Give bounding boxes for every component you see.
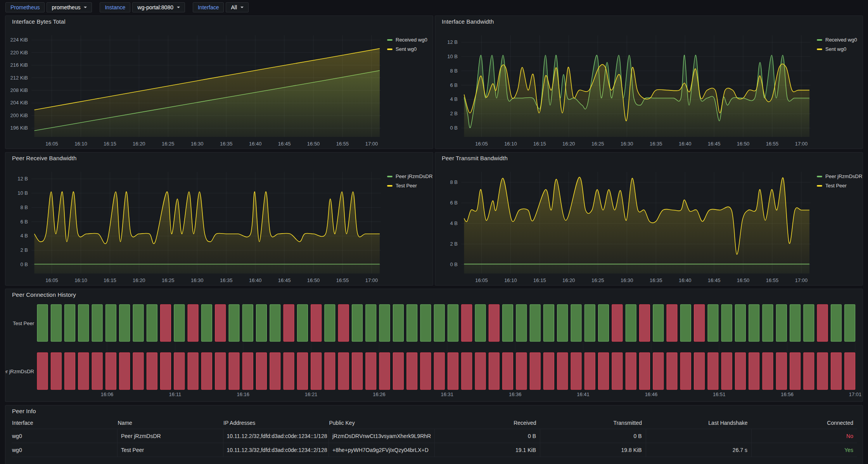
state-bar-disconnected bbox=[407, 353, 417, 390]
column-header-ip-addresses[interactable]: IP Addresses bbox=[223, 417, 329, 429]
y-tick-label: 6 B bbox=[450, 200, 458, 206]
timeline-row-label: Test Peer bbox=[13, 320, 35, 326]
column-header-connected[interactable]: Connected bbox=[752, 417, 858, 429]
state-bar-connected bbox=[763, 305, 773, 341]
y-tick-label: 4 B bbox=[450, 220, 458, 226]
state-bar-disconnected bbox=[311, 353, 322, 390]
legend-item-sent-wg0[interactable]: Sent wg0 bbox=[387, 46, 427, 52]
state-bar-disconnected bbox=[284, 353, 294, 390]
table-row: wg0Test Peer10.11.12.3/32,fdfd:d3ad:c0de… bbox=[12, 443, 857, 457]
series-area-test-peer bbox=[464, 177, 810, 274]
x-tick-label: 16:15 bbox=[104, 141, 116, 147]
y-tick-label: 204 KiB bbox=[10, 100, 28, 106]
legend-item-received-wg0[interactable]: Received wg0 bbox=[817, 37, 857, 43]
legend-item-peer-jrzmdsdr[interactable]: Peer jRzmDsDR bbox=[387, 173, 432, 179]
x-tick-label: 16:25 bbox=[591, 141, 604, 147]
state-bar-connected bbox=[721, 305, 732, 341]
x-tick-label: 16:40 bbox=[249, 277, 262, 283]
column-header-public-key[interactable]: Public Key bbox=[329, 417, 435, 429]
panel-title[interactable]: Peer Connection History bbox=[12, 291, 76, 298]
table-header-row: InterfaceNameIP AddressesPublic KeyRecei… bbox=[12, 417, 857, 429]
state-bar-disconnected bbox=[311, 305, 322, 341]
column-header-interface[interactable]: Interface bbox=[12, 417, 118, 429]
chart-legend: Received wg0Sent wg0 bbox=[817, 37, 857, 52]
series-area-test-peer bbox=[35, 192, 380, 274]
series-area-sent-wg0 bbox=[464, 64, 810, 137]
state-bar-connected bbox=[420, 305, 431, 341]
x-tick-label: 16:15 bbox=[533, 277, 546, 283]
state-bar-connected bbox=[749, 305, 759, 341]
y-tick-label: 220 KiB bbox=[10, 50, 28, 55]
state-bar-disconnected bbox=[790, 353, 801, 390]
x-tick-label: 16:20 bbox=[562, 277, 575, 283]
filter-label-interface[interactable]: Interface bbox=[193, 2, 224, 12]
x-tick-label: 16:45 bbox=[708, 141, 721, 147]
panel-title[interactable]: Peer Receive Bandwidth bbox=[12, 155, 76, 161]
filter-label-instance[interactable]: Instance bbox=[100, 2, 130, 12]
state-bar-disconnected bbox=[420, 353, 431, 390]
panel-title[interactable]: Peer Transmit Bandwidth bbox=[442, 155, 508, 161]
filter-label-prometheus[interactable]: Prometheus bbox=[5, 2, 45, 12]
y-tick-label: 12 B bbox=[17, 176, 28, 182]
panel-title[interactable]: Interface Bandwidth bbox=[442, 18, 494, 25]
x-tick-label: 16:30 bbox=[191, 277, 204, 283]
legend-item-sent-wg0[interactable]: Sent wg0 bbox=[817, 46, 857, 52]
state-bar-disconnected bbox=[612, 353, 622, 390]
column-header-name[interactable]: Name bbox=[118, 417, 223, 429]
filter-value-instance-dropdown[interactable]: wg-portal:8080 bbox=[132, 2, 185, 12]
state-bar-disconnected bbox=[338, 353, 349, 390]
y-tick-label: 0 B bbox=[450, 125, 458, 131]
legend-swatch bbox=[817, 39, 822, 41]
chart-peer-receive-bandwidth: 16:0516:1016:1516:2016:2516:3016:3516:40… bbox=[5, 152, 433, 285]
legend-item-test-peer[interactable]: Test Peer bbox=[387, 183, 432, 189]
state-bar-disconnected bbox=[516, 353, 527, 390]
state-bar-connected bbox=[201, 305, 212, 341]
x-tick-label: 16:10 bbox=[74, 277, 87, 283]
state-bar-connected bbox=[626, 305, 636, 341]
legend-item-peer-jrzmdsdr[interactable]: Peer jRzmDsDR bbox=[817, 173, 862, 179]
state-bar-connected bbox=[448, 305, 458, 341]
column-header-last-handshake[interactable]: Last Handshake bbox=[646, 417, 752, 429]
x-tick-label: 16:50 bbox=[737, 141, 750, 147]
x-tick-label: 16:45 bbox=[278, 141, 291, 147]
column-header-transmitted[interactable]: Transmitted bbox=[540, 417, 646, 429]
panel-title[interactable]: Interface Bytes Total bbox=[12, 18, 66, 25]
cell-connected: No bbox=[752, 429, 858, 443]
x-tick-label: 16:45 bbox=[708, 277, 721, 283]
y-tick-label: 2 B bbox=[450, 111, 458, 116]
filter-value-text: All bbox=[231, 4, 237, 10]
y-tick-label: 6 B bbox=[450, 82, 458, 88]
panel-title[interactable]: Peer Info bbox=[12, 408, 36, 414]
x-tick-label: 16:50 bbox=[737, 277, 750, 283]
x-tick-label: 17:01 bbox=[849, 391, 862, 397]
state-bar-disconnected bbox=[694, 305, 705, 341]
filter-value-prometheus-dropdown[interactable]: prometheus bbox=[47, 2, 92, 12]
cell-public-key: jRzmDsDRVnwCt13vsyamXherk9L9RhR bbox=[329, 429, 435, 443]
filter-value-text: wg-portal:8080 bbox=[137, 4, 173, 10]
state-bar-disconnected bbox=[161, 305, 171, 341]
x-tick-label: 16:05 bbox=[475, 141, 488, 147]
legend-item-test-peer[interactable]: Test Peer bbox=[817, 183, 862, 189]
state-bar-disconnected bbox=[462, 353, 472, 390]
column-header-received[interactable]: Received bbox=[434, 417, 540, 429]
cell-ip-addresses: 10.11.12.2/32,fdfd:d3ad:c0de:1234::1/128 bbox=[223, 429, 329, 443]
y-tick-label: 10 B bbox=[17, 190, 28, 196]
x-tick-label: 16:45 bbox=[278, 277, 291, 283]
legend-swatch bbox=[817, 176, 822, 177]
state-bar-connected bbox=[65, 305, 75, 341]
dashboard-toolbar: Prometheus prometheus Instance wg-portal… bbox=[0, 0, 868, 15]
state-bar-disconnected bbox=[338, 305, 349, 341]
state-bar-disconnected bbox=[229, 353, 239, 390]
cell-transmitted: 19.8 KiB bbox=[540, 443, 646, 457]
state-bar-connected bbox=[680, 305, 691, 341]
chart-svg: 16:0516:1016:1516:2016:2516:3016:3516:40… bbox=[435, 152, 863, 285]
x-tick-label: 16:55 bbox=[336, 277, 349, 283]
panel-interface-bandwidth: Interface Bandwidth 16:0516:1016:1516:20… bbox=[435, 16, 863, 149]
legend-item-received-wg0[interactable]: Received wg0 bbox=[387, 37, 427, 43]
state-bar-disconnected bbox=[763, 353, 773, 390]
legend-label: Received wg0 bbox=[825, 37, 857, 43]
state-bar-disconnected bbox=[708, 353, 718, 390]
panel-peer-transmit-bandwidth: Peer Transmit Bandwidth 16:0516:1016:151… bbox=[435, 152, 863, 286]
filter-value-interface-dropdown[interactable]: All bbox=[226, 2, 249, 12]
state-bar-disconnected bbox=[105, 353, 116, 390]
